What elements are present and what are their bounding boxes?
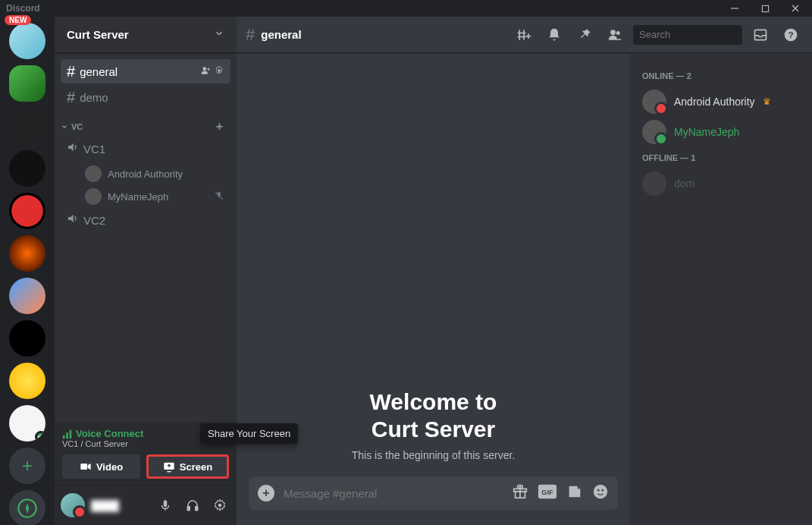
message-input[interactable] — [284, 487, 503, 500]
voice-connected-label: Voice Connect — [62, 428, 143, 439]
window-close-button[interactable] — [785, 0, 806, 17]
gif-button[interactable]: GIF — [538, 483, 557, 503]
search-box[interactable] — [633, 25, 742, 45]
explore-servers-button[interactable] — [9, 490, 45, 525]
window-minimize-button[interactable] — [724, 0, 745, 17]
member-name: Android Authority — [674, 96, 755, 108]
screen-share-button[interactable]: Screen — [146, 454, 229, 479]
window-maximize-button[interactable] — [754, 0, 776, 17]
member-item[interactable]: MyNameJeph — [636, 117, 806, 147]
deafen-button[interactable] — [182, 498, 203, 512]
server-icon[interactable] — [9, 108, 45, 144]
threads-button[interactable] — [512, 27, 536, 42]
server-icon[interactable] — [9, 278, 45, 314]
svg-point-32 — [616, 31, 620, 35]
member-name: MyNameJeph — [674, 126, 739, 138]
channel-name: VC1 — [83, 143, 224, 156]
sticker-button[interactable] — [566, 483, 583, 503]
member-item[interactable]: Android Authority ♛ — [636, 86, 806, 117]
pinned-button[interactable] — [572, 27, 597, 42]
add-server-button[interactable]: + — [9, 448, 45, 484]
emoji-button[interactable] — [592, 483, 609, 503]
member-name: dom — [674, 178, 694, 190]
server-icon[interactable] — [9, 405, 45, 442]
members-toggle-button[interactable] — [603, 27, 627, 42]
svg-marker-14 — [68, 215, 74, 223]
svg-rect-1 — [762, 5, 768, 11]
user-settings-button[interactable] — [209, 498, 230, 512]
members-list: ONLINE — 2 Android Authority ♛MyNameJeph… — [630, 53, 812, 525]
svg-text:?: ? — [788, 30, 793, 39]
avatar — [85, 188, 102, 205]
channel-name: demo — [80, 91, 224, 104]
svg-point-45 — [601, 489, 604, 492]
chevron-down-icon — [214, 28, 224, 42]
svg-marker-11 — [68, 143, 74, 152]
voice-user-name: MyNameJeph — [108, 191, 168, 203]
crown-icon: ♛ — [763, 96, 771, 107]
channel-name: VC2 — [83, 214, 224, 227]
svg-rect-21 — [164, 500, 168, 507]
svg-point-7 — [203, 67, 207, 71]
server-header[interactable]: Curt Server — [55, 17, 237, 53]
members-online-label: ONLINE — 2 — [636, 65, 806, 86]
svg-point-31 — [610, 30, 616, 35]
server-rail: NEW + — [0, 17, 55, 525]
text-channel-item[interactable]: #demo — [61, 85, 230, 109]
svg-marker-6 — [26, 503, 30, 514]
text-channel-item[interactable]: #general — [61, 59, 230, 83]
help-button[interactable]: ? — [779, 27, 803, 42]
voice-user[interactable]: Android Authority — [61, 162, 230, 185]
welcome-block: Welcome toCurt Server This is the beginn… — [352, 388, 516, 476]
voice-badge-icon — [35, 431, 45, 442]
svg-rect-18 — [80, 464, 87, 470]
avatar — [642, 90, 666, 114]
channel-name: general — [80, 65, 196, 78]
svg-point-43 — [594, 485, 607, 498]
server-icon[interactable] — [9, 235, 45, 272]
server-icon[interactable] — [9, 150, 45, 187]
muted-icon — [214, 190, 224, 203]
server-icon[interactable] — [9, 65, 45, 102]
attach-button[interactable]: + — [258, 485, 274, 501]
svg-marker-19 — [88, 464, 91, 470]
server-icon[interactable] — [9, 363, 45, 399]
gear-icon[interactable] — [214, 65, 224, 78]
notifications-button[interactable] — [542, 27, 566, 42]
hash-icon: # — [67, 89, 75, 106]
server-icon[interactable] — [9, 320, 45, 357]
channel-list: #general#demo VC + VC1Android AuthorityM… — [55, 53, 237, 422]
video-button[interactable]: Video — [62, 454, 140, 479]
svg-rect-15 — [63, 435, 65, 438]
voice-channel-item[interactable]: VC2 — [61, 208, 230, 232]
svg-rect-17 — [70, 429, 72, 438]
svg-marker-4 — [38, 435, 41, 440]
inbox-button[interactable] — [748, 27, 773, 42]
search-input[interactable] — [639, 29, 767, 40]
messages-area: Welcome toCurt Server This is the beginn… — [237, 53, 630, 525]
user-avatar[interactable] — [61, 493, 85, 517]
new-badge: NEW — [5, 15, 31, 25]
voice-user[interactable]: MyNameJeph — [61, 185, 230, 208]
channel-sidebar: Curt Server #general#demo VC + VC1Androi… — [55, 17, 237, 525]
svg-text:GIF: GIF — [541, 489, 553, 496]
server-icon[interactable] — [9, 23, 45, 59]
gift-button[interactable] — [512, 483, 528, 503]
members-offline-label: OFFLINE — 1 — [636, 147, 806, 168]
voice-channel-item[interactable]: VC1 — [61, 137, 230, 161]
svg-rect-22 — [187, 507, 190, 511]
voice-category[interactable]: VC + — [61, 111, 230, 137]
app-title: Discord — [6, 3, 40, 14]
server-name: Curt Server — [67, 28, 129, 41]
svg-rect-16 — [66, 432, 68, 439]
chat-header: # general ? — [237, 17, 812, 53]
member-item[interactable]: dom — [636, 168, 806, 199]
svg-point-44 — [597, 489, 600, 492]
speaker-icon — [67, 212, 79, 228]
server-icon[interactable] — [9, 193, 45, 229]
invite-icon[interactable] — [200, 65, 211, 78]
svg-point-24 — [218, 504, 222, 508]
add-channel-button[interactable]: + — [216, 120, 223, 134]
mute-button[interactable] — [155, 498, 176, 512]
svg-point-10 — [218, 69, 221, 72]
